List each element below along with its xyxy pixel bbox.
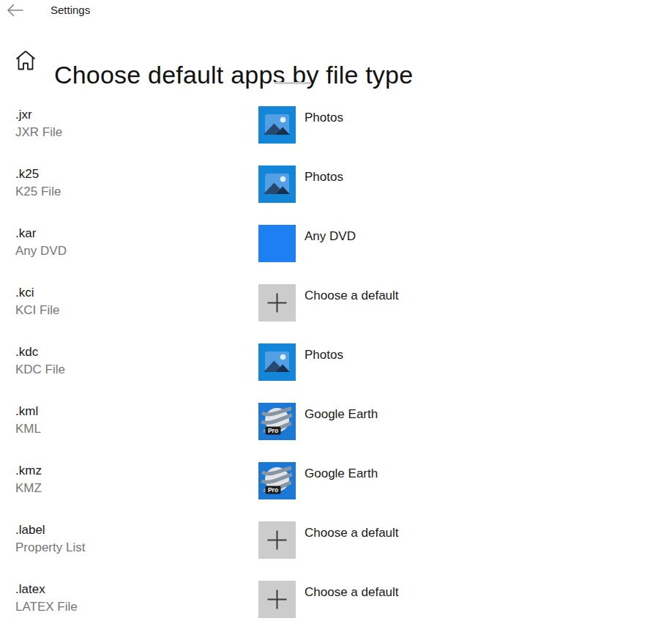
file-type-info: .kar Any DVD (0, 225, 258, 259)
default-app-button[interactable]: Choose a default (258, 284, 399, 321)
file-type-info: .kmz KMZ (0, 462, 258, 497)
svg-text:Pro: Pro (268, 427, 278, 434)
file-type-info: .jxr JXR File (0, 106, 258, 141)
photos-icon (258, 106, 296, 144)
file-type-row: .kdc KDC File Photos (0, 343, 672, 403)
default-app-cell: Any DVD (258, 225, 356, 262)
app-icon-slot: Pro (258, 462, 296, 499)
file-type-label: Property List (15, 540, 258, 556)
app-title: Settings (51, 4, 90, 16)
file-extension: .k25 (15, 166, 258, 182)
default-app-button[interactable]: Pro Google Earth (258, 462, 378, 499)
default-app-button[interactable]: Photos (258, 166, 343, 203)
app-name: Any DVD (305, 229, 356, 244)
app-name: Photos (305, 348, 343, 363)
app-icon-slot (258, 106, 296, 144)
file-extension: .label (15, 522, 258, 538)
file-type-row: .kar Any DVD Any DVD (0, 225, 672, 284)
app-name: Photos (305, 170, 343, 185)
default-app-cell: Pro Google Earth (258, 403, 378, 440)
file-extension: .kci (15, 285, 258, 301)
file-type-info: .kml KML (0, 403, 258, 437)
file-type-row: .k25 K25 File Photos (0, 166, 672, 225)
file-type-label: KCI File (15, 302, 258, 319)
app-name: Choose a default (305, 289, 399, 303)
default-app-button[interactable]: Photos (258, 343, 343, 381)
app-icon-slot (258, 225, 296, 262)
file-type-info: .k25 K25 File (0, 166, 258, 200)
default-app-cell: Photos (258, 106, 343, 144)
photos-icon (258, 343, 296, 381)
page-title: Choose default apps by file type (54, 61, 413, 89)
file-type-row: .kml KML Pro Google Earth (0, 403, 672, 462)
default-app-button[interactable]: Choose a default (258, 521, 399, 559)
app-name: Photos (305, 111, 343, 125)
default-app-cell: Choose a default (258, 521, 399, 559)
file-extension: .latex (15, 581, 258, 598)
default-app-cell: Choose a default (258, 284, 399, 321)
default-app-cell: Pro Google Earth (258, 462, 378, 499)
any-dvd-icon (258, 225, 296, 262)
plus-icon (258, 284, 296, 321)
default-app-cell: Photos (258, 343, 343, 381)
google-earth-icon: Pro (258, 403, 296, 440)
file-type-list: .jxr JXR File Photos .k25 K25 File (0, 106, 672, 632)
back-arrow-icon (7, 4, 24, 17)
default-app-button[interactable]: Any DVD (258, 225, 356, 262)
default-app-button[interactable]: Photos (258, 106, 343, 144)
app-icon-slot (258, 166, 296, 203)
file-extension: .kmz (15, 463, 258, 479)
plus-icon (258, 581, 296, 618)
file-extension: .jxr (15, 107, 258, 123)
google-earth-icon: Pro (258, 462, 296, 499)
app-name: Google Earth (305, 466, 378, 481)
file-extension: .kar (15, 226, 258, 242)
default-app-button[interactable]: Choose a default (258, 581, 399, 618)
file-type-row: .kci KCI File Choose a default (0, 284, 672, 343)
file-type-label: LATEX File (15, 599, 258, 615)
file-type-row: .latex LATEX File Choose a default (0, 581, 672, 632)
home-icon (14, 48, 37, 73)
app-name: Choose a default (305, 526, 399, 540)
back-button[interactable] (4, 1, 26, 21)
file-type-label: JXR File (15, 124, 258, 141)
default-app-button[interactable]: Pro Google Earth (258, 403, 378, 440)
file-type-row: .jxr JXR File Photos (0, 106, 672, 166)
file-type-info: .kci KCI File (0, 284, 258, 319)
file-type-info: .kdc KDC File (0, 343, 258, 378)
title-underline-divider (275, 82, 311, 84)
default-app-cell: Photos (258, 166, 343, 203)
app-icon-slot: Pro (258, 403, 296, 440)
app-icon-slot (258, 343, 296, 381)
app-icon-slot (258, 581, 296, 618)
app-name: Google Earth (305, 407, 378, 422)
file-extension: .kml (15, 404, 258, 420)
app-header: Settings (0, 0, 672, 26)
app-icon-slot (258, 521, 296, 559)
file-type-label: KML (15, 421, 258, 437)
file-type-label: Any DVD (15, 243, 258, 259)
app-icon-slot (258, 284, 296, 321)
file-type-row: .kmz KMZ Pro Google Earth (0, 462, 672, 521)
photos-icon (258, 166, 296, 203)
file-type-label: K25 File (15, 184, 258, 200)
file-type-info: .label Property List (0, 521, 258, 556)
plus-icon (258, 521, 296, 559)
file-type-info: .latex LATEX File (0, 581, 258, 615)
default-app-cell: Choose a default (258, 581, 399, 618)
file-type-label: KDC File (15, 362, 258, 378)
svg-text:Pro: Pro (268, 486, 278, 494)
file-type-row: .label Property List Choose a default (0, 521, 672, 581)
file-type-label: KMZ (15, 480, 258, 497)
file-extension: .kdc (15, 344, 258, 360)
app-name: Choose a default (305, 585, 399, 600)
